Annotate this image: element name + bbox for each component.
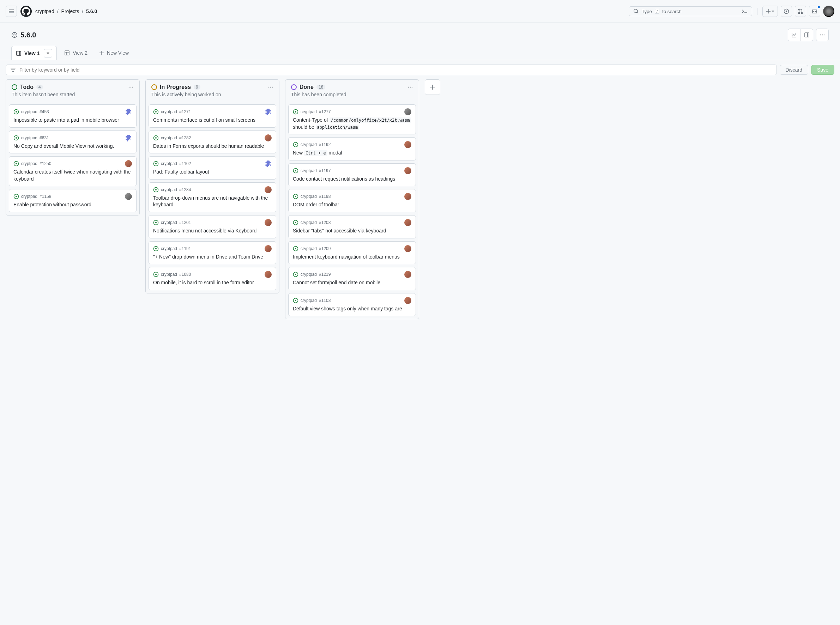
issue-card[interactable]: cryptpad #1192 New Ctrl + e modal	[288, 137, 416, 160]
assignee-avatar[interactable]	[125, 160, 132, 167]
card-header: cryptpad #1201	[153, 219, 272, 226]
insights-button[interactable]	[788, 29, 801, 41]
svg-point-36	[155, 222, 157, 223]
assignee-avatar[interactable]	[264, 245, 272, 252]
issue-card[interactable]: cryptpad #1191 "+ New" drop-down menu in…	[149, 241, 276, 264]
extension-icon	[264, 108, 272, 115]
card-title: Code contact request notifications as he…	[293, 176, 411, 183]
kebab-icon	[820, 32, 825, 38]
svg-point-53	[295, 222, 296, 223]
pull-requests-button[interactable]	[795, 6, 806, 17]
issue-card[interactable]: cryptpad #1103 Default view shows tags o…	[288, 293, 416, 316]
issues-button[interactable]	[781, 6, 792, 17]
svg-point-0	[634, 9, 638, 13]
issue-card[interactable]: cryptpad #1198 DOM order of toolbar	[288, 189, 416, 212]
card-badge	[404, 297, 411, 304]
user-avatar-button[interactable]	[823, 6, 834, 17]
card-title: Calendar creates itself twice when navig…	[13, 169, 132, 182]
add-column-button[interactable]	[425, 79, 440, 95]
assignee-avatar[interactable]	[264, 186, 272, 193]
create-new-button[interactable]	[762, 6, 778, 17]
card-repo: cryptpad	[21, 161, 37, 166]
issue-card[interactable]: cryptpad #1080 On mobile, it is hard to …	[149, 267, 276, 290]
new-view-button[interactable]: New View	[95, 47, 133, 59]
issue-card[interactable]: cryptpad #1219 Cannot set form/poll end …	[288, 267, 416, 290]
save-button[interactable]: Save	[811, 65, 834, 75]
card-header: cryptpad #1250	[13, 160, 132, 167]
search-input[interactable]: Type / to search	[629, 6, 752, 16]
issue-card[interactable]: cryptpad #1197 Code contact request noti…	[288, 163, 416, 187]
view-tabs: View 1 View 2 New View	[0, 45, 840, 60]
github-logo[interactable]	[20, 6, 32, 17]
card-badge	[404, 141, 411, 148]
svg-point-49	[295, 170, 296, 171]
card-title: Dates in Forms exports should be human r…	[153, 143, 272, 150]
column-description: This has been completed	[285, 92, 419, 101]
issue-card[interactable]: cryptpad #1277 Content-Type of /common/o…	[288, 104, 416, 134]
tab-options-button[interactable]	[44, 49, 52, 58]
search-icon	[633, 8, 639, 14]
status-circle-icon	[151, 84, 157, 90]
issue-card[interactable]: cryptpad #1250 Calendar creates itself t…	[9, 156, 137, 186]
open-issue-icon	[293, 246, 299, 252]
tab-view2[interactable]: View 2	[60, 47, 92, 59]
card-title: Cannot set form/poll end date on mobile	[293, 279, 411, 286]
assignee-avatar[interactable]	[404, 245, 411, 252]
filter-input[interactable]	[19, 67, 772, 73]
assignee-avatar[interactable]	[264, 271, 272, 278]
svg-point-41	[408, 87, 409, 88]
card-issue-number: #1080	[179, 272, 191, 277]
issue-card[interactable]: cryptpad #1284 Toolbar drop-down menus a…	[149, 182, 276, 212]
assignee-avatar[interactable]	[125, 193, 132, 200]
assignee-avatar[interactable]	[404, 167, 411, 174]
issue-card[interactable]: cryptpad #1203 Sidebar "tabs" not access…	[288, 215, 416, 238]
panel-button[interactable]	[801, 29, 813, 41]
card-header: cryptpad #1192	[293, 141, 411, 148]
assignee-avatar[interactable]	[404, 297, 411, 304]
column-menu-button[interactable]	[268, 84, 274, 90]
column-cards: cryptpad #1271 Comments interface is cut…	[146, 101, 279, 293]
svg-rect-11	[17, 51, 21, 55]
tab-view1[interactable]: View 1	[11, 46, 57, 60]
card-issue-number: #453	[39, 109, 49, 114]
card-repo: cryptpad	[21, 109, 37, 114]
issue-card[interactable]: cryptpad #1271 Comments interface is cut…	[149, 104, 276, 127]
column-cards: cryptpad #1277 Content-Type of /common/o…	[285, 101, 419, 319]
assignee-avatar[interactable]	[404, 219, 411, 226]
issue-card[interactable]: cryptpad #1158 Enable protection without…	[9, 189, 137, 212]
card-badge	[264, 108, 272, 115]
assignee-avatar[interactable]	[404, 141, 411, 148]
card-issue-number: #1191	[179, 246, 191, 251]
assignee-avatar[interactable]	[404, 271, 411, 278]
breadcrumb-section[interactable]: Projects	[61, 8, 79, 14]
assignee-avatar[interactable]	[404, 193, 411, 200]
svg-point-14	[131, 87, 132, 88]
more-options-button[interactable]	[816, 29, 829, 41]
inbox-button[interactable]	[809, 6, 820, 17]
assignee-avatar[interactable]	[264, 219, 272, 226]
issue-card[interactable]: cryptpad #631 No Copy and overall Mobile…	[9, 131, 137, 154]
open-issue-icon	[153, 187, 159, 193]
issue-card[interactable]: cryptpad #1102 Pad: Faulty toolbar layou…	[149, 156, 276, 180]
svg-point-9	[822, 34, 823, 36]
svg-point-47	[295, 144, 296, 145]
issue-card[interactable]: cryptpad #1282 Dates in Forms exports sh…	[149, 131, 276, 154]
issue-card[interactable]: cryptpad #453 Impossible to paste into a…	[9, 104, 137, 127]
svg-rect-7	[805, 33, 809, 37]
column-menu-button[interactable]	[408, 84, 413, 90]
card-title: Notifications menu not accessible via Ke…	[153, 227, 272, 235]
card-issue-number: #631	[39, 135, 49, 140]
issue-card[interactable]: cryptpad #1209 Implement keyboard naviga…	[288, 241, 416, 264]
card-title: Toolbar drop-down menus are not navigabl…	[153, 195, 272, 208]
hamburger-menu-button[interactable]	[6, 6, 17, 17]
card-repo: cryptpad	[300, 220, 317, 225]
assignee-avatar[interactable]	[404, 108, 411, 115]
column-menu-button[interactable]	[128, 84, 134, 90]
column-description: This is actively being worked on	[146, 92, 279, 101]
filter-input-wrapper[interactable]	[6, 65, 777, 75]
issue-card[interactable]: cryptpad #1201 Notifications menu not ac…	[149, 215, 276, 238]
column-header: In Progress 9	[146, 80, 279, 92]
breadcrumb-repo[interactable]: cryptpad	[35, 8, 54, 14]
discard-button[interactable]: Discard	[780, 65, 808, 75]
assignee-avatar[interactable]	[264, 134, 272, 141]
